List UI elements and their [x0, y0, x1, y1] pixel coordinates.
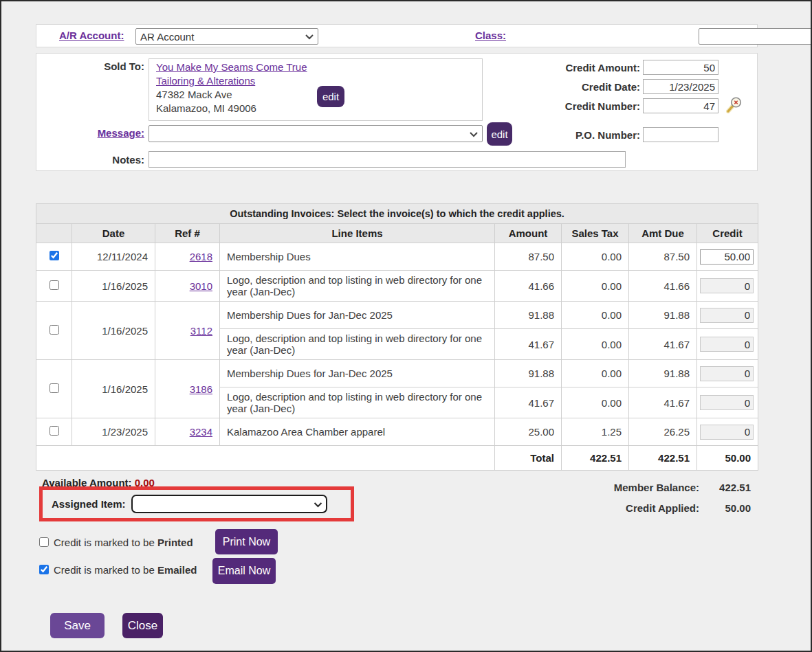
- invoice-row: 1/23/20253234Kalamazoo Area Chamber appa…: [36, 418, 758, 446]
- credit-amount-cell-input: [700, 395, 754, 410]
- credit-amount-cell-input: [700, 308, 754, 323]
- class-link[interactable]: Class:: [475, 30, 506, 41]
- credit-amount-cell-input: [700, 278, 754, 293]
- assigned-item-select[interactable]: [131, 495, 327, 513]
- column-header-date: Date: [72, 224, 155, 243]
- sales-tax-cell: 0.00: [562, 360, 629, 387]
- notes-input[interactable]: [149, 151, 626, 168]
- column-header-credit: Credit: [697, 224, 758, 243]
- invoice-date: 1/16/2025: [72, 360, 155, 418]
- amount-cell: 91.88: [495, 360, 562, 387]
- save-button[interactable]: Save: [50, 613, 105, 638]
- invoice-table-caption: Outstanding Invoices: Select the invoice…: [36, 204, 758, 224]
- invoice-row: 1/16/20253186Membership Dues for Jan-Dec…: [36, 360, 758, 387]
- member-balance-label: Member Balance:: [582, 482, 699, 493]
- invoice-date: 1/16/2025: [72, 302, 155, 360]
- invoice-row: 1/16/20253010Logo, description and top l…: [36, 271, 758, 302]
- line-item-description: Logo, description and top listing in web…: [220, 387, 495, 418]
- amount-cell: 41.66: [495, 271, 562, 302]
- credit-amount-cell-input[interactable]: [700, 249, 754, 265]
- invoice-ref-link[interactable]: 3010: [190, 280, 212, 292]
- message-edit-button[interactable]: edit: [487, 122, 512, 146]
- invoice-select-checkbox[interactable]: [50, 280, 59, 290]
- credit-applied-label: Credit Applied:: [582, 502, 699, 514]
- po-number-label: P.O. Number:: [518, 129, 640, 141]
- line-item-description: Membership Dues: [220, 243, 495, 271]
- account-class-bar: A/R Account: AR Account Class:: [36, 24, 758, 47]
- class-select[interactable]: [699, 28, 812, 45]
- amount-cell: 41.67: [495, 329, 562, 360]
- sold-to-box: You Make My Seams Come True Tailoring & …: [149, 58, 483, 121]
- amt-due-cell: 41.67: [629, 387, 697, 418]
- column-header-line-items: Line Items: [220, 224, 495, 243]
- balance-summary: Member Balance: 422.51 Credit Applied: 5…: [582, 482, 751, 523]
- credit-number-input[interactable]: [643, 98, 718, 113]
- credit-amount-cell-input: [700, 337, 754, 352]
- invoice-select-checkbox[interactable]: [50, 426, 59, 436]
- invoice-select-checkbox[interactable]: [50, 383, 59, 393]
- invoice-ref-link[interactable]: 3112: [190, 325, 212, 337]
- amt-due-cell: 91.88: [629, 302, 697, 329]
- amt-due-cell: 26.25: [629, 418, 697, 446]
- credit-number-lookup-icon[interactable]: [724, 95, 743, 115]
- sales-tax-cell: 0.00: [562, 329, 629, 360]
- print-now-button[interactable]: Print Now: [215, 529, 278, 554]
- member-name-link-line2[interactable]: Tailoring & Alterations: [156, 74, 475, 88]
- message-select[interactable]: [149, 125, 483, 142]
- print-option-row: Credit is marked to be Printed Print Now: [39, 529, 328, 555]
- line-item-description: Logo, description and top listing in web…: [220, 271, 495, 302]
- member-balance-value: 422.51: [699, 482, 751, 493]
- member-name-link-line1[interactable]: You Make My Seams Come True: [156, 60, 475, 74]
- amt-due-cell: 91.88: [629, 360, 697, 387]
- invoice-ref-link[interactable]: 2618: [190, 251, 212, 262]
- sales-tax-cell: 0.00: [562, 302, 629, 329]
- sales-tax-cell: 0.00: [562, 271, 629, 302]
- invoice-table-body: Outstanding Invoices: Select the invoice…: [36, 204, 758, 471]
- amount-cell: 91.88: [495, 302, 562, 329]
- ar-account-select[interactable]: AR Account: [135, 28, 318, 45]
- amount-cell: 25.00: [495, 418, 562, 446]
- invoice-select-checkbox[interactable]: [50, 251, 59, 260]
- close-button[interactable]: Close: [122, 613, 163, 638]
- email-now-button[interactable]: Email Now: [212, 558, 276, 584]
- email-option-row: Credit is marked to be Emailed Email Now: [39, 557, 328, 583]
- line-item-description: Kalamazoo Area Chamber apparel: [220, 418, 495, 446]
- invoice-date: 1/23/2025: [72, 418, 155, 446]
- credit-amount-cell-input: [700, 425, 754, 440]
- credit-form-panel: Sold To: You Make My Seams Come True Tai…: [36, 53, 758, 171]
- credit-date-label: Credit Date:: [518, 81, 640, 93]
- total-value: 422.51: [562, 446, 629, 471]
- assigned-item-label: Assigned Item:: [52, 498, 126, 510]
- sales-tax-cell: 1.25: [562, 418, 629, 446]
- emailed-checkbox[interactable]: [39, 565, 49, 574]
- invoice-row: 12/11/20242618Membership Dues87.500.0087…: [36, 243, 758, 271]
- sold-to-label: Sold To:: [76, 60, 144, 72]
- po-number-input[interactable]: [643, 127, 718, 142]
- printed-checkbox[interactable]: [39, 537, 49, 547]
- credit-memo-page: A/R Account: AR Account Class: Sold To: …: [0, 0, 812, 652]
- invoice-date: 12/11/2024: [72, 243, 155, 271]
- total-label: Total: [495, 446, 562, 471]
- column-header-amt-due: Amt Due: [629, 224, 697, 243]
- credit-amount-cell-input: [700, 366, 754, 381]
- invoice-date: 1/16/2025: [72, 271, 155, 302]
- amt-due-cell: 41.67: [629, 329, 697, 360]
- message-link[interactable]: Message:: [62, 127, 144, 139]
- invoice-select-checkbox[interactable]: [50, 325, 59, 335]
- sales-tax-cell: 0.00: [562, 243, 629, 271]
- member-address-line2: Kalamazoo, MI 49006: [156, 102, 475, 115]
- amt-due-cell: 41.66: [629, 271, 697, 302]
- sold-to-edit-button[interactable]: edit: [317, 86, 344, 107]
- credit-applied-value: 50.00: [699, 502, 751, 514]
- outstanding-invoices-table: Outstanding Invoices: Select the invoice…: [36, 203, 758, 471]
- sales-tax-cell: 0.00: [562, 387, 629, 418]
- invoice-ref-link[interactable]: 3186: [190, 383, 212, 395]
- credit-date-input[interactable]: [643, 79, 718, 94]
- total-value: 50.00: [697, 446, 758, 471]
- printed-label: Credit is marked to be Printed: [54, 537, 193, 548]
- credit-amount-input[interactable]: [643, 60, 718, 75]
- ar-account-link[interactable]: A/R Account:: [59, 30, 124, 41]
- line-item-description: Logo, description and top listing in web…: [220, 329, 495, 360]
- invoice-ref-link[interactable]: 3234: [190, 426, 212, 438]
- amt-due-cell: 87.50: [629, 243, 697, 271]
